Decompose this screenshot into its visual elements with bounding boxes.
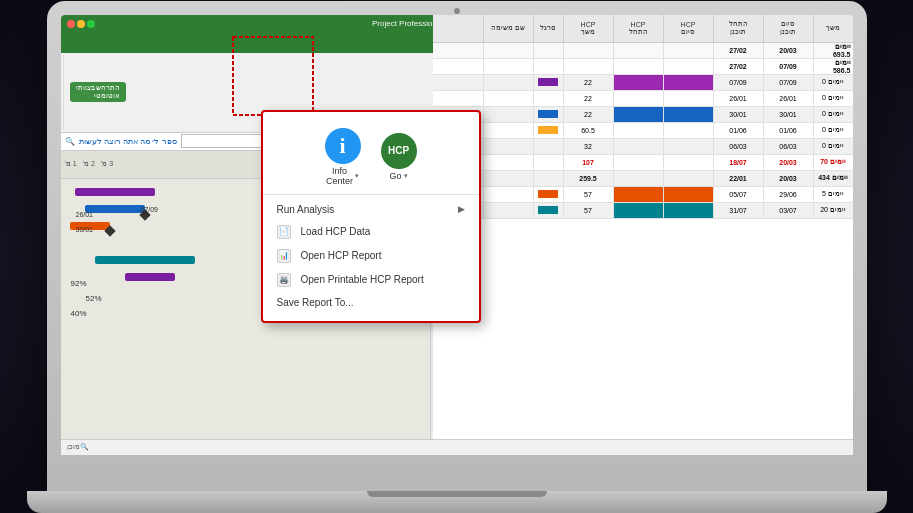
td-hcpdur-9: 259.5	[563, 171, 613, 186]
status-bar: מוכן 🔍	[61, 439, 853, 455]
td-name-2	[483, 59, 533, 74]
td-hcpstart-4	[613, 91, 663, 106]
td-start-5: 30/01	[713, 107, 763, 122]
search-icon[interactable]: 🔍	[65, 137, 75, 146]
td-dur-7: יימים 0	[813, 139, 853, 154]
table-row: יימים 70 20/03 18/07 107	[433, 155, 853, 171]
popup-go-icon: HCP	[381, 133, 417, 169]
table-row: יימים 0 01/06 01/06 60.5	[433, 123, 853, 139]
td-hcpend-7	[663, 139, 713, 154]
run-analysis-label: Run Analysis	[277, 204, 335, 215]
progress-label-1: 92%	[71, 279, 87, 288]
laptop-base	[27, 491, 887, 513]
td-hcpend-11	[663, 203, 713, 218]
menu-item-save-report-to[interactable]: Save Report To...	[263, 292, 479, 313]
gantt-bar-5	[95, 256, 195, 264]
date-label-2: 30/01	[76, 226, 94, 233]
menu-item-load-hcp-data[interactable]: 📄 Load HCP Data	[263, 220, 479, 244]
td-hcpdur-5: 22	[563, 107, 613, 122]
info-chevron-icon: ▾	[355, 172, 359, 180]
progress-label-3: 40%	[71, 309, 87, 318]
td-hcpdur-10: 57	[563, 187, 613, 202]
th-bar: סרגל	[533, 15, 563, 42]
td-name-1	[483, 43, 533, 58]
td-hcpdur-2	[563, 59, 613, 74]
table-row: יימים 20 03/07 31/07 57	[433, 203, 853, 219]
table-row: יימים 0 26/01 26/01 22	[433, 91, 853, 107]
td-end-2: 07/09	[763, 59, 813, 74]
td-hcpend-8	[663, 155, 713, 170]
td-start-7: 06/03	[713, 139, 763, 154]
gantt-header-1: 3 מ'	[101, 160, 113, 168]
td-start-9: 22/01	[713, 171, 763, 186]
popup-go-label: Go ▾	[389, 171, 407, 181]
menu-item-run-analysis[interactable]: Run Analysis ▶	[263, 199, 479, 220]
td-hcpstart-11	[613, 203, 663, 218]
td-start-2: 27/02	[713, 59, 763, 74]
gantt-header-2: 2 מ'	[83, 160, 95, 168]
menu-item-open-hcp-report[interactable]: 📊 Open HCP Report	[263, 244, 479, 268]
td-hcpend-6	[663, 123, 713, 138]
td-dur-11: יימים 20	[813, 203, 853, 218]
td-name-5	[483, 107, 533, 122]
td-hcpdur-11: 57	[563, 203, 613, 218]
td-bar-5	[533, 107, 563, 122]
search-hint[interactable]: ספר לי מה אתה רוצה לעשות	[79, 137, 177, 146]
popup-go-button[interactable]: HCP Go ▾	[381, 133, 417, 181]
td-hcpstart-1	[613, 43, 663, 58]
date-label-1: 26/01	[76, 211, 94, 218]
td-start-3: 07/09	[713, 75, 763, 90]
td-name-4	[483, 91, 533, 106]
td-hcpstart-6	[613, 123, 663, 138]
td-hcpstart-9	[613, 171, 663, 186]
td-bar-3	[533, 75, 563, 90]
td-dur-3: יימים 0	[813, 75, 853, 90]
gantt-bar-1	[75, 188, 155, 196]
run-analysis-arrow-icon: ▶	[458, 204, 465, 214]
td-start-10: 05/07	[713, 187, 763, 202]
td-dur-1: יימים 693.5	[813, 43, 853, 58]
laptop-hinge	[367, 491, 547, 497]
td-bar-7	[533, 139, 563, 154]
popup-header: i Info Center ▾ HCP Go ▾	[263, 120, 479, 195]
zoom-label: 🔍	[80, 443, 89, 451]
td-dur-4: יימים 0	[813, 91, 853, 106]
open-printable-label: Open Printable HCP Report	[301, 274, 424, 285]
td-name-8	[483, 155, 533, 170]
td-hcpend-4	[663, 91, 713, 106]
td-hcpstart-2	[613, 59, 663, 74]
autocomplete-button[interactable]: התרחש בצוותיאוטומטי	[70, 82, 127, 102]
td-hcpend-3	[663, 75, 713, 90]
td-hcpstart-7	[613, 139, 663, 154]
td-end-3: 07/09	[763, 75, 813, 90]
td-hcpend-5	[663, 107, 713, 122]
menu-item-open-printable-report[interactable]: 🖨️ Open Printable HCP Report	[263, 268, 479, 292]
td-dur-6: יימים 0	[813, 123, 853, 138]
table-row: יימים 434 20/03 22/01 259.5	[433, 171, 853, 187]
td-name-11	[483, 203, 533, 218]
td-hcpstart-8	[613, 155, 663, 170]
td-name-6	[483, 123, 533, 138]
status-text: מוכן	[67, 443, 80, 451]
td-end-10: 29/06	[763, 187, 813, 202]
td-dur-10: יימים 5	[813, 187, 853, 202]
td-bar-10	[533, 187, 563, 202]
popup-info-center-button[interactable]: i Info Center ▾	[325, 128, 361, 186]
laptop-screen: Project Professional — mpp.הרצאה:קובץ כל…	[61, 15, 853, 455]
open-hcp-report-label: Open HCP Report	[301, 250, 382, 261]
td-start-8: 18/07	[713, 155, 763, 170]
td-hcpdur-3: 22	[563, 75, 613, 90]
td-start-1: 27/02	[713, 43, 763, 58]
td-name-7	[483, 139, 533, 154]
popup-info-label: Info Center ▾	[326, 166, 359, 186]
td-dur-8: יימים 70	[813, 155, 853, 170]
date-label-3: 07/09	[141, 206, 159, 213]
td-bar-9	[533, 171, 563, 186]
load-hcp-data-label: Load HCP Data	[301, 226, 371, 237]
td-hcpdur-7: 32	[563, 139, 613, 154]
window-controls[interactable]	[67, 20, 95, 28]
th-hcp-dur: HCPמשך	[563, 15, 613, 42]
td-bar-2	[533, 59, 563, 74]
popup-info-icon: i	[325, 128, 361, 164]
gantt-bar-2	[85, 205, 145, 213]
